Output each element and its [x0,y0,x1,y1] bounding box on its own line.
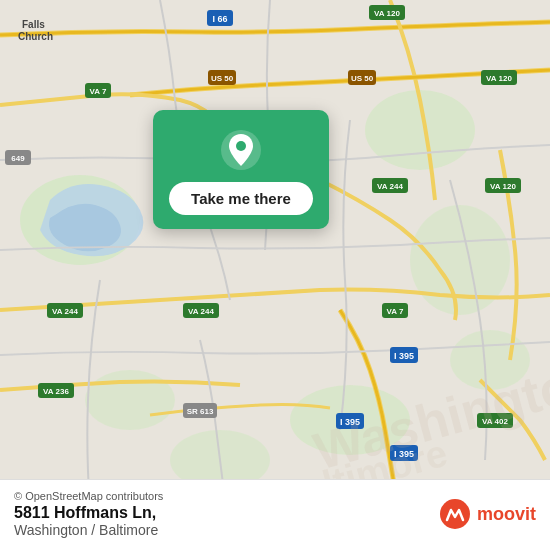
bottom-bar: © OpenStreetMap contributors 5811 Hoffma… [0,479,550,550]
svg-text:VA 7: VA 7 [387,307,404,316]
map-background: I 66 VA 120 VA 7 US 50 US 50 VA 120 VA 2… [0,0,550,550]
attribution-text: © OpenStreetMap contributors [14,490,163,502]
moovit-logo: moovit [439,498,536,530]
svg-text:Falls: Falls [22,19,45,30]
svg-text:I 395: I 395 [394,351,414,361]
take-me-there-button[interactable]: Take me there [169,182,313,215]
popup-card: Take me there [153,110,329,229]
svg-point-49 [236,141,246,151]
moovit-text: moovit [477,504,536,525]
svg-text:649: 649 [11,154,25,163]
svg-text:US 50: US 50 [211,74,234,83]
svg-text:VA 244: VA 244 [188,307,214,316]
svg-text:US 50: US 50 [351,74,374,83]
svg-point-50 [440,499,470,529]
svg-text:VA 7: VA 7 [90,87,107,96]
svg-text:SR 613: SR 613 [187,407,214,416]
bottom-info: © OpenStreetMap contributors 5811 Hoffma… [14,490,163,538]
moovit-icon [439,498,471,530]
svg-text:VA 120: VA 120 [374,9,400,18]
svg-text:I 66: I 66 [212,14,227,24]
svg-text:VA 120: VA 120 [486,74,512,83]
address-text: 5811 Hoffmans Ln, [14,504,163,522]
svg-text:VA 244: VA 244 [52,307,78,316]
map-container: I 66 VA 120 VA 7 US 50 US 50 VA 120 VA 2… [0,0,550,550]
location-pin-icon [219,128,263,172]
region-text: Washington / Baltimore [14,522,163,538]
svg-text:VA 244: VA 244 [377,182,403,191]
svg-text:Church: Church [18,31,53,42]
svg-text:VA 236: VA 236 [43,387,69,396]
svg-point-5 [85,370,175,430]
svg-text:VA 120: VA 120 [490,182,516,191]
